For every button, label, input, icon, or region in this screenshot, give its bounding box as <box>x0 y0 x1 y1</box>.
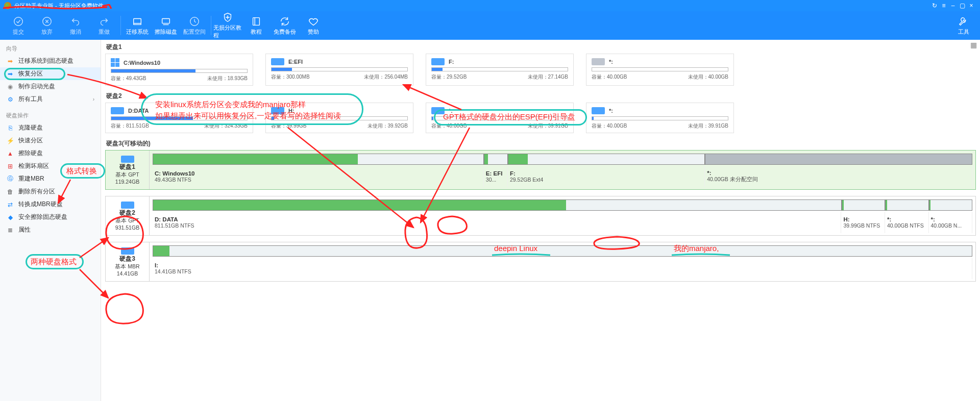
tools-button[interactable]: 工具 <box>949 11 978 40</box>
minimize-button[interactable]: – <box>948 2 958 9</box>
partition-segment[interactable] <box>929 199 972 211</box>
partition-card[interactable]: *:容量：40.00GB未使用：40.00GB <box>586 54 734 86</box>
disk-size: 931.51GB <box>115 224 139 231</box>
sidebar-item[interactable]: ◉制作启动光盘 <box>0 80 101 93</box>
shield-icon <box>222 12 233 23</box>
partition-card[interactable]: C:Windows10容量：49.43GB未使用：18.93GB <box>105 54 253 86</box>
sidebar-item[interactable]: ⇄转换成MBR硬盘 <box>0 198 101 211</box>
sidebar-item[interactable]: ≣属性 <box>0 223 101 236</box>
sidebar-item[interactable]: ▲擦除硬盘 <box>0 147 101 160</box>
partition-segment[interactable] <box>484 154 508 165</box>
partition-segment[interactable] <box>153 199 842 211</box>
unused-label: 未使用：18.93GB <box>207 75 248 82</box>
disk-icon <box>121 202 134 209</box>
sidebar-icon: ⚡ <box>6 137 14 145</box>
toolbar-wipe-button[interactable]: 擦除磁盘 <box>152 11 180 40</box>
partition-card[interactable]: E:EFI容量：300.00MB未使用：256.04MB <box>265 54 413 86</box>
svg-rect-4 <box>162 18 170 23</box>
menu-icon[interactable]: ≡ <box>939 2 948 9</box>
partition-label[interactable]: I:14.41GB NTFS <box>153 258 972 279</box>
partition-subtitle: 40.00GB 未分配空间 <box>707 176 970 183</box>
disk-map-row[interactable]: 硬盘1基本 GPT119.24GBC: Windows1049.43GB NTF… <box>105 150 976 190</box>
sidebar-item[interactable]: ◆安全擦除固态硬盘 <box>0 211 101 223</box>
disk-map-header: 硬盘1基本 GPT119.24GB <box>106 151 150 189</box>
sidebar-item[interactable]: ⚡快速分区 <box>0 134 101 147</box>
partition-card[interactable]: H:容量：39.99GB未使用：39.92GB <box>265 103 413 133</box>
partition-label[interactable]: F:29.52GB Ext4 <box>508 166 705 187</box>
partition-label[interactable]: *:40.00GB N... <box>929 212 973 233</box>
toolbar-tutorial2-button[interactable]: 教程 <box>242 11 271 40</box>
view-toggle-icon[interactable]: ▦ <box>970 41 977 49</box>
partition-segment[interactable] <box>885 199 928 211</box>
toolbar-label: 撤消 <box>70 28 81 36</box>
toolbar-label: 赞助 <box>308 28 319 36</box>
sidebar-item-label: 快速分区 <box>18 136 43 145</box>
partition-label[interactable]: *:40.00GB 未分配空间 <box>705 166 972 187</box>
toolbar-backup-button[interactable]: 免费备份 <box>271 11 299 40</box>
redo-icon <box>99 16 110 27</box>
disk-map-header: 硬盘3基本 MBR14.41GB <box>106 242 150 281</box>
check-icon <box>13 16 24 27</box>
partition-segment[interactable] <box>842 199 885 211</box>
sidebar-item[interactable]: ➡恢复分区 <box>0 67 101 80</box>
toolbar-label: 重做 <box>99 28 110 36</box>
sidebar-icon: ➡ <box>6 57 14 65</box>
sidebar-item-label: 制作启动光盘 <box>18 82 55 91</box>
sidebar-item-label: 转换成MBR硬盘 <box>18 200 63 209</box>
toolbar-separator <box>211 16 211 35</box>
partition-label[interactable]: *:40.00GB NTFS <box>885 212 929 233</box>
sidebar-item-label: 恢复分区 <box>18 69 43 78</box>
refresh-icon[interactable]: ↻ <box>930 2 939 9</box>
partition-subtitle: 40.00GB NTFS <box>887 222 926 229</box>
disk-bar <box>153 245 972 257</box>
refresh-icon <box>279 16 290 27</box>
partition-segment[interactable] <box>153 245 972 257</box>
disk-map-row[interactable]: 硬盘2基本 GPT931.51GBD: DATA811.51GB NTFSH:3… <box>105 196 976 236</box>
toolbar-migrate-button[interactable]: 迁移系统 <box>123 11 152 40</box>
sidebar-item[interactable]: Ⓖ重建MBR <box>0 172 101 185</box>
toolbar-tutorial1-button[interactable]: 无损分区教程 <box>213 11 242 40</box>
disk-section-title: 硬盘3(可移动的) <box>106 139 976 148</box>
partition-title: *: <box>931 216 970 222</box>
close-button[interactable]: × <box>967 2 976 9</box>
partition-title: H: <box>843 216 883 222</box>
partition-card[interactable]: *:容量：40.00GB未使用：39.91GB <box>586 103 734 133</box>
partition-card[interactable]: *:容量：40.00GB未使用：39.91GB <box>426 103 574 133</box>
usage-bar <box>431 116 568 120</box>
partition-name: F: <box>449 59 454 65</box>
partition-segment[interactable] <box>153 154 484 165</box>
sidebar-item[interactable]: ⊞检测坏扇区 <box>0 160 101 172</box>
partition-segment[interactable] <box>705 154 972 165</box>
partition-segment[interactable] <box>508 154 705 165</box>
partition-title: E: EFI <box>486 170 505 177</box>
disk-bar <box>153 199 972 211</box>
partition-label[interactable]: C: Windows1049.43GB NTFS <box>153 166 484 187</box>
sidebar-item-label: 所有工具 <box>18 95 43 104</box>
capacity-label: 容量：49.43GB <box>111 75 146 82</box>
disk-map-body: C: Windows1049.43GB NTFSE: EFI30...F:29.… <box>150 151 975 189</box>
undo-icon <box>70 16 81 27</box>
usage-bar <box>111 116 248 120</box>
toolbar-donate-button[interactable]: 赞助 <box>299 11 328 40</box>
partition-title: F: <box>510 170 702 177</box>
disk-map-body: D: DATA811.51GB NTFSH:39.99GB NTFS*:40.0… <box>150 196 975 235</box>
disk-map-row[interactable]: 硬盘3基本 MBR14.41GBI:14.41GB NTFS <box>105 242 976 282</box>
sidebar-item[interactable]: ➡迁移系统到固态硬盘 <box>0 55 101 67</box>
partition-label[interactable]: E: EFI30... <box>484 166 508 187</box>
svg-rect-3 <box>134 23 141 24</box>
partition-subtitle: 14.41GB NTFS <box>155 268 970 274</box>
partition-label[interactable]: D: DATA811.51GB NTFS <box>153 212 841 233</box>
partition-card[interactable]: D:DATA容量：811.51GB未使用：324.33GB <box>105 103 253 133</box>
partition-name: C:Windows10 <box>124 60 160 66</box>
sidebar-item[interactable]: ⎘克隆硬盘 <box>0 121 101 134</box>
maximize-button[interactable]: ▢ <box>958 2 967 9</box>
partition-card[interactable]: F:容量：29.52GB未使用：27.14GB <box>426 54 574 86</box>
sidebar-icon: ⇄ <box>6 200 14 209</box>
sidebar-item[interactable]: 🗑删除所有分区 <box>0 185 101 198</box>
app-logo-icon <box>4 2 11 9</box>
disk-name: 硬盘3 <box>119 255 135 263</box>
disk-size: 119.24GB <box>115 179 139 185</box>
partition-label[interactable]: H:39.99GB NTFS <box>841 212 885 233</box>
sidebar-item[interactable]: ⚙所有工具› <box>0 93 101 106</box>
chevron-right-icon: › <box>93 96 94 102</box>
